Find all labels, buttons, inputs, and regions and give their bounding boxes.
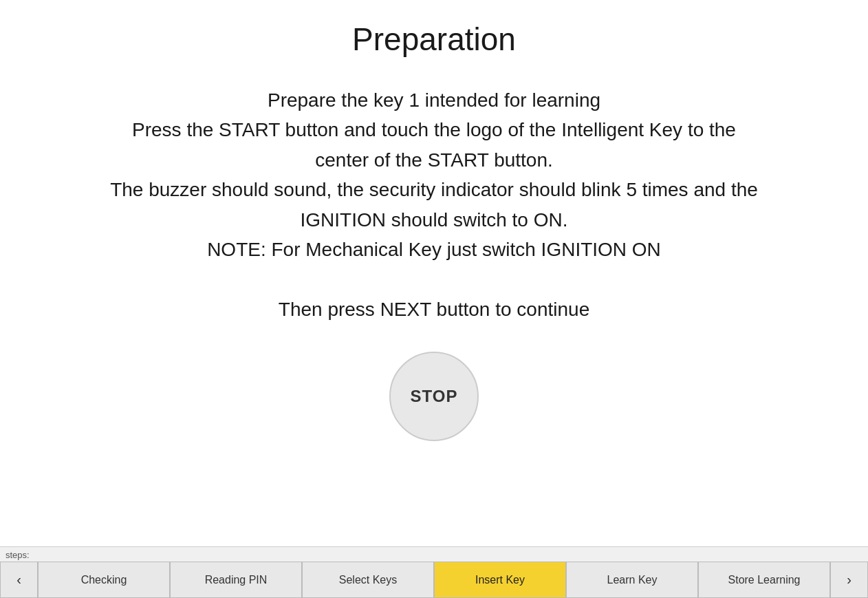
- instruction-line6: NOTE: For Mechanical Key just switch IGN…: [110, 235, 758, 264]
- steps-label: steps:: [0, 547, 868, 562]
- back-arrow-button[interactable]: ‹: [0, 562, 38, 598]
- steps-tabs: ‹ Checking Reading PIN Select Keys Inser…: [0, 562, 868, 598]
- instruction-line5: IGNITION should switch to ON.: [110, 205, 758, 235]
- next-arrow-icon: ›: [847, 572, 851, 588]
- page-title: Preparation: [352, 21, 516, 58]
- tab-checking[interactable]: Checking: [38, 562, 170, 598]
- main-content: Preparation Prepare the key 1 intended f…: [0, 0, 868, 546]
- stop-button-area: STOP: [389, 352, 479, 441]
- bottom-bar: steps: ‹ Checking Reading PIN Select Key…: [0, 546, 868, 598]
- tab-learn-key[interactable]: Learn Key: [566, 562, 698, 598]
- tab-reading-pin[interactable]: Reading PIN: [170, 562, 302, 598]
- next-arrow-button[interactable]: ›: [830, 562, 868, 598]
- instructions: Prepare the key 1 intended for learning …: [110, 85, 758, 324]
- stop-button[interactable]: STOP: [389, 352, 479, 441]
- instruction-line4: The buzzer should sound, the security in…: [110, 175, 758, 204]
- instruction-line1: Prepare the key 1 intended for learning: [110, 85, 758, 115]
- tab-insert-key[interactable]: Insert Key: [434, 562, 566, 598]
- instruction-line8: Then press NEXT button to continue: [110, 295, 758, 324]
- instruction-line2: Press the START button and touch the log…: [110, 115, 758, 145]
- instruction-line3: center of the START button.: [110, 145, 758, 175]
- tab-select-keys[interactable]: Select Keys: [302, 562, 434, 598]
- tab-store-learning[interactable]: Store Learning: [698, 562, 830, 598]
- back-arrow-icon: ‹: [17, 572, 21, 588]
